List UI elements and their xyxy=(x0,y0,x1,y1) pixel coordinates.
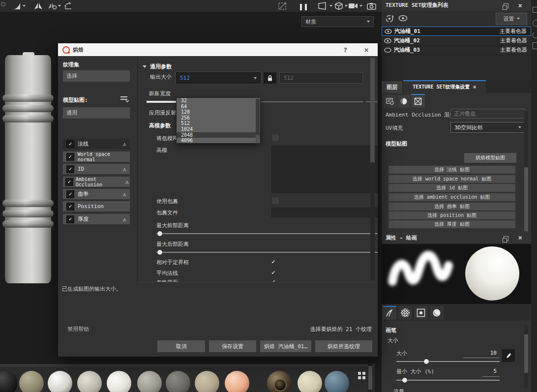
map-row-normal[interactable]: ✓ 法线 ⚠ xyxy=(63,139,130,149)
select-curvature-map-button[interactable]: 选择 曲率 贴图 xyxy=(388,203,515,211)
material-sphere[interactable] xyxy=(19,371,44,392)
viewport-material-dropdown[interactable]: 材质 xyxy=(301,16,374,27)
barrel-model[interactable] xyxy=(5,55,51,283)
checkbox-checked[interactable]: ✓ xyxy=(66,140,74,148)
tab-stencil-icon[interactable] xyxy=(414,306,428,320)
save-settings-button[interactable]: 保存设置 xyxy=(209,340,256,352)
brush-tip-button[interactable] xyxy=(502,349,515,362)
texture-set-row[interactable]: 汽油桶_01 主要着色器 xyxy=(382,27,531,36)
help-icon[interactable]: ? xyxy=(343,46,347,54)
uv-fill-dropdown[interactable]: 3D空间比邻 xyxy=(450,122,525,133)
bake-dialog-titlebar[interactable]: 烘焙 ? × xyxy=(58,43,378,56)
map-row-wsn[interactable]: ✓ World space normal xyxy=(63,151,130,162)
dropdown-scrollbar-thumb[interactable] xyxy=(256,99,260,135)
map-row-curvature[interactable]: ✓ 曲率 ⚠ xyxy=(63,189,130,199)
dropdown-option[interactable]: 64 xyxy=(177,104,260,110)
max-front-slider-thumb[interactable] xyxy=(157,231,162,236)
dropdown-option[interactable]: 128 xyxy=(177,109,260,115)
shelf-scrollbar[interactable] xyxy=(368,364,373,392)
brush-params-scrollbar[interactable] xyxy=(524,325,528,389)
filter-sort-icon[interactable] xyxy=(120,95,129,102)
eye-off-icon[interactable] xyxy=(384,48,391,53)
bake-current-button[interactable]: 烘焙 汽油桶_01… xyxy=(260,340,311,352)
screenshot-camera-icon[interactable] xyxy=(367,1,376,10)
shader-label[interactable]: 主要着色器 xyxy=(500,37,527,44)
material-sphere[interactable] xyxy=(298,371,322,392)
projection-transform-icon[interactable] xyxy=(64,1,72,10)
map-row-id[interactable]: ✓ ID ⚠ xyxy=(63,164,130,174)
shader-label[interactable]: 主要着色器 xyxy=(500,28,527,35)
size-value[interactable]: 10 xyxy=(480,350,497,356)
float-panel-icon[interactable] xyxy=(504,236,508,241)
texture-set-select-field[interactable]: 选择 xyxy=(63,70,130,82)
select-normal-map-button[interactable]: 选择 法线 贴图 xyxy=(388,166,515,174)
close-tab-icon[interactable]: × xyxy=(473,84,477,90)
tab-texture-set-settings[interactable]: TEXTURE SET纹理集设置 × xyxy=(403,80,486,93)
size-slider-thumb[interactable] xyxy=(424,359,429,364)
params-scrollbar[interactable] xyxy=(370,58,375,280)
cancel-button[interactable]: 取消 xyxy=(157,340,205,352)
float-panel-icon[interactable] xyxy=(504,3,508,8)
max-front-slider[interactable] xyxy=(156,233,378,234)
common-params-header[interactable]: 通用参数 xyxy=(143,63,172,70)
pause-icon[interactable] xyxy=(300,2,307,11)
perspective-view-icon[interactable] xyxy=(318,1,332,10)
dropdown-option[interactable]: 4096 xyxy=(177,138,260,144)
dropdown-option-highlighted[interactable]: 2048 xyxy=(177,132,260,138)
max-rear-slider[interactable] xyxy=(156,252,378,253)
min-size-slider-thumb[interactable] xyxy=(402,378,407,383)
relative-bbox-check[interactable]: ✓ xyxy=(271,258,275,265)
checkbox-checked[interactable]: ✓ xyxy=(66,215,74,223)
checkbox-checked[interactable]: ✓ xyxy=(66,165,74,173)
select-wsn-map-button[interactable]: 选择 world space normal 贴图 xyxy=(388,175,515,183)
dropdown-option[interactable]: 512 xyxy=(177,121,260,126)
tab-alpha-icon[interactable] xyxy=(398,306,412,320)
disable-help-link[interactable]: 禁用帮助 xyxy=(67,326,89,333)
shader-label[interactable]: 主要着色器 xyxy=(500,46,527,54)
select-id-map-button[interactable]: 选择 id 贴图 xyxy=(388,184,515,192)
map-row-position[interactable]: ✓ Position xyxy=(63,201,130,211)
mesh-cube-icon[interactable] xyxy=(334,1,348,10)
material-sphere[interactable] xyxy=(225,371,249,392)
output-size-combo[interactable]: 512 xyxy=(176,72,261,84)
size-lock-button[interactable] xyxy=(264,72,276,84)
max-rear-slider-thumb[interactable] xyxy=(157,250,162,255)
tab-mesh-maps-icon[interactable] xyxy=(411,94,425,108)
material-sphere[interactable] xyxy=(195,371,219,392)
lazy-mouse-off-icon[interactable] xyxy=(278,1,287,10)
select-position-map-button[interactable]: 选择 position 贴图 xyxy=(388,211,515,219)
symmetry-icon[interactable] xyxy=(33,1,43,10)
docked-panel-icon[interactable] xyxy=(533,7,537,13)
settings-scrollbar[interactable] xyxy=(524,111,528,231)
settings-dropdown-button[interactable]: 设置 xyxy=(496,13,527,25)
eye-icon[interactable] xyxy=(385,29,392,34)
mesh-display-icon[interactable] xyxy=(397,95,410,108)
texture-set-row[interactable]: 汽油桶_02 主要着色器 xyxy=(382,36,531,46)
bake-model-maps-button[interactable]: 烘焙模型贴图 xyxy=(464,153,516,163)
material-sphere[interactable] xyxy=(107,371,131,392)
material-sphere[interactable] xyxy=(267,371,292,392)
checkbox-checked[interactable]: ✓ xyxy=(65,178,73,186)
material-sphere[interactable] xyxy=(325,371,349,392)
checkbox-checked[interactable]: ✓ xyxy=(66,190,74,198)
tab-material-icon[interactable] xyxy=(430,306,444,320)
material-sphere[interactable] xyxy=(0,371,18,392)
min-size-slider[interactable] xyxy=(396,380,500,381)
dropdown-option[interactable]: 1024 xyxy=(177,126,260,132)
checkbox-checked[interactable]: ✓ xyxy=(66,153,74,161)
material-sphere[interactable] xyxy=(77,371,102,392)
channels-settings-icon[interactable] xyxy=(384,95,396,108)
average-normals-check[interactable]: ✓ xyxy=(271,269,275,276)
docked-list-icon[interactable] xyxy=(533,42,537,49)
shelf-scrollbar-thumb[interactable] xyxy=(368,366,372,390)
eye-icon[interactable] xyxy=(398,15,408,22)
size-slider[interactable] xyxy=(396,361,500,362)
texture-set-row[interactable]: 汽油桶_03 主要着色器 xyxy=(382,45,531,55)
close-dialog-icon[interactable]: × xyxy=(364,45,369,55)
shelf-grid-view-icon[interactable] xyxy=(358,372,361,375)
visibility-cycle-icon[interactable] xyxy=(385,14,394,23)
maps-filter-field[interactable]: 通用 xyxy=(63,107,130,119)
brush-params-scrollbar-thumb[interactable] xyxy=(524,334,528,373)
ignore-backface-check[interactable]: ✓ xyxy=(271,278,275,282)
cage-file-field[interactable] xyxy=(271,208,378,217)
